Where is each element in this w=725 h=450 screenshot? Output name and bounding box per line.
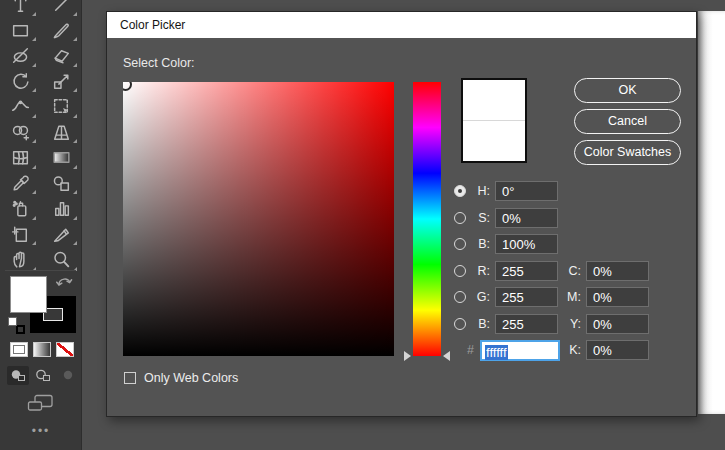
flyout-indicator bbox=[32, 114, 36, 118]
paintbrush-tool[interactable] bbox=[49, 18, 75, 42]
slice-tool[interactable] bbox=[49, 222, 75, 246]
draw-behind-button[interactable] bbox=[32, 366, 54, 385]
edit-toolbar-ellipsis[interactable]: ••• bbox=[0, 424, 82, 438]
default-fill-mini bbox=[8, 317, 17, 326]
m-field[interactable]: 0% bbox=[586, 287, 649, 307]
y-field[interactable]: 0% bbox=[586, 314, 649, 334]
flyout-indicator bbox=[32, 139, 36, 143]
rotate-tool[interactable] bbox=[8, 69, 34, 93]
width-tool[interactable] bbox=[8, 95, 34, 119]
b2-field[interactable]: 255 bbox=[495, 314, 558, 334]
toolbar-separator bbox=[5, 270, 76, 271]
gradient-tool[interactable] bbox=[49, 146, 75, 170]
default-stroke-mini bbox=[16, 325, 25, 334]
b-radio[interactable] bbox=[454, 238, 466, 250]
b-label: B: bbox=[472, 237, 490, 251]
flyout-indicator bbox=[32, 12, 36, 16]
s-radio[interactable] bbox=[454, 212, 466, 224]
flyout-indicator bbox=[32, 190, 36, 194]
draw-normal-button[interactable] bbox=[7, 366, 29, 385]
illustrator-app: ••• Color Picker Select Color: OK Cancel… bbox=[0, 0, 725, 450]
hue-slider-arrow-right[interactable] bbox=[443, 351, 450, 361]
hue-slider[interactable] bbox=[413, 82, 441, 356]
h-field[interactable]: 0° bbox=[495, 181, 558, 201]
line-segment-tool[interactable] bbox=[49, 0, 75, 17]
c-field[interactable]: 0% bbox=[586, 261, 649, 281]
m-label: M: bbox=[563, 290, 581, 304]
k-field[interactable]: 0% bbox=[586, 340, 649, 360]
b-row: B: 100% bbox=[454, 234, 558, 254]
fill-swatch[interactable] bbox=[10, 276, 47, 313]
zoom-icon bbox=[51, 249, 72, 270]
shape-builder-tool[interactable] bbox=[8, 120, 34, 144]
saturation-brightness-field[interactable] bbox=[123, 82, 394, 356]
hex-field[interactable]: ffffff bbox=[480, 340, 560, 361]
flyout-indicator bbox=[32, 165, 36, 169]
blend-tool[interactable] bbox=[49, 171, 75, 195]
flyout-indicator bbox=[73, 37, 77, 41]
column-graph-tool[interactable] bbox=[49, 197, 75, 221]
s-field[interactable]: 0% bbox=[495, 208, 558, 228]
mesh-tool[interactable] bbox=[8, 146, 34, 170]
blend-icon bbox=[51, 173, 72, 194]
symbol-sprayer-icon bbox=[10, 198, 31, 219]
dialog-titlebar[interactable]: Color Picker bbox=[107, 12, 696, 38]
eraser-tool[interactable] bbox=[49, 44, 75, 68]
change-screen-mode-icon[interactable] bbox=[27, 394, 54, 416]
symbol-sprayer-tool[interactable] bbox=[8, 197, 34, 221]
ok-button[interactable]: OK bbox=[574, 78, 681, 103]
k-row: K: 0% bbox=[563, 340, 649, 360]
zoom-tool[interactable] bbox=[49, 248, 75, 272]
flyout-indicator bbox=[32, 37, 36, 41]
hue-slider-arrow-left[interactable] bbox=[404, 351, 411, 361]
cancel-button[interactable]: Cancel bbox=[574, 109, 681, 134]
y-row: Y: 0% bbox=[563, 314, 649, 334]
perspective-grid-tool[interactable] bbox=[49, 120, 75, 144]
default-fill-stroke-icon[interactable] bbox=[8, 317, 25, 334]
c-label: C: bbox=[563, 264, 581, 278]
g-radio[interactable] bbox=[454, 291, 466, 303]
only-web-colors-row: Only Web Colors bbox=[124, 371, 238, 385]
none-button[interactable] bbox=[56, 342, 74, 357]
flyout-indicator bbox=[32, 241, 36, 245]
h-row: H: 0° bbox=[454, 181, 558, 201]
h-label: H: bbox=[472, 184, 490, 198]
eyedropper-tool[interactable] bbox=[8, 171, 34, 195]
current-color-swatch bbox=[463, 120, 525, 161]
h-radio[interactable] bbox=[454, 185, 466, 197]
line-segment-icon bbox=[51, 0, 72, 15]
drawing-mode-buttons bbox=[7, 366, 79, 385]
gradient-button[interactable] bbox=[33, 342, 51, 357]
color-field-marker[interactable] bbox=[123, 82, 132, 91]
artboard-canvas bbox=[698, 11, 725, 414]
paintbrush-icon bbox=[51, 20, 72, 41]
r-field[interactable]: 255 bbox=[495, 261, 558, 281]
scale-tool[interactable] bbox=[49, 69, 75, 93]
type-tool[interactable] bbox=[8, 0, 34, 17]
r-label: R: bbox=[472, 264, 490, 278]
shaper-tool[interactable] bbox=[8, 44, 34, 68]
r-radio[interactable] bbox=[454, 265, 466, 277]
swap-fill-stroke-icon[interactable] bbox=[56, 272, 73, 292]
draw-inside-button bbox=[57, 366, 79, 385]
b2-radio[interactable] bbox=[454, 318, 466, 330]
color-swatches-button[interactable]: Color Swatches bbox=[574, 140, 681, 165]
perspective-grid-icon bbox=[51, 122, 72, 143]
s-row: S: 0% bbox=[454, 208, 558, 228]
gradient-icon bbox=[51, 147, 72, 168]
flyout-indicator bbox=[73, 139, 77, 143]
free-transform-tool[interactable] bbox=[49, 95, 75, 119]
color-button[interactable] bbox=[10, 342, 28, 357]
only-web-colors-checkbox[interactable] bbox=[124, 372, 136, 384]
hand-tool[interactable] bbox=[8, 248, 34, 272]
m-row: M: 0% bbox=[563, 287, 649, 307]
type-icon bbox=[10, 0, 31, 15]
b-field[interactable]: 100% bbox=[495, 234, 558, 254]
flyout-indicator bbox=[73, 63, 77, 67]
rectangle-tool[interactable] bbox=[8, 18, 34, 42]
g-field[interactable]: 255 bbox=[495, 287, 558, 307]
eraser-icon bbox=[51, 45, 72, 66]
color-picker-dialog: Color Picker Select Color: OK Cancel Col… bbox=[106, 11, 697, 417]
artboard-tool[interactable] bbox=[8, 222, 34, 246]
hand-icon bbox=[10, 249, 31, 270]
